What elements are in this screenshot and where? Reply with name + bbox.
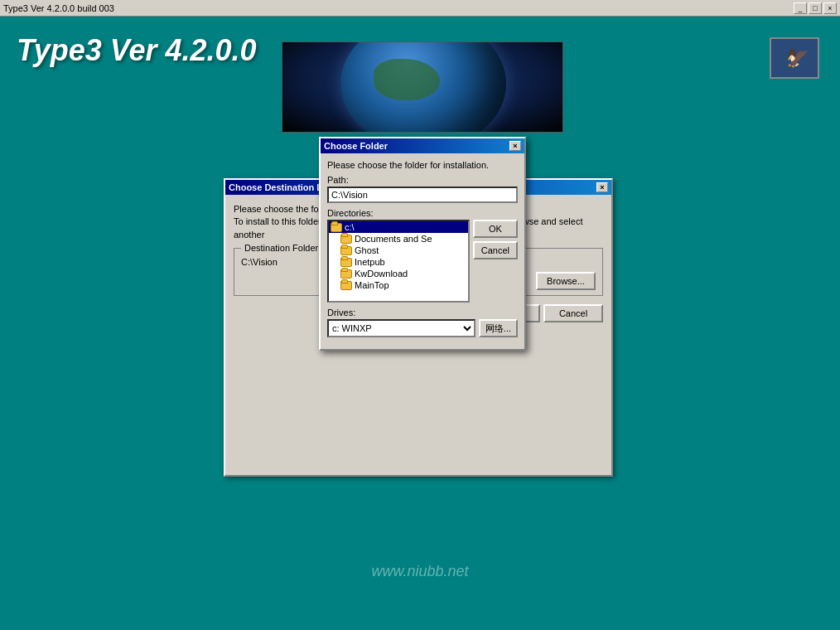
folder-icon	[340, 269, 352, 279]
logo-icon: 🦅	[770, 37, 819, 79]
folder-icon	[340, 235, 352, 244]
cancel-button[interactable]: Cancel	[543, 304, 603, 322]
cf-drives-label: Drives:	[327, 308, 518, 317]
cf-close-button[interactable]: ×	[509, 141, 521, 151]
cf-body: Please choose the folder for installatio…	[321, 153, 524, 349]
minimize-button[interactable]: _	[794, 2, 807, 14]
list-item[interactable]: Inetpub	[329, 256, 468, 268]
dest-folder-label: Destination Folder	[241, 243, 321, 253]
cf-drives-row: c: WINXP 网络...	[327, 319, 518, 337]
maximize-button[interactable]: □	[809, 2, 822, 14]
choose-dest-close-button[interactable]: ×	[596, 182, 608, 192]
cf-titlebar: Choose Folder ×	[321, 138, 524, 153]
close-button[interactable]: ×	[823, 2, 837, 14]
cf-dir-label: Directories:	[327, 208, 518, 218]
cf-drives-select[interactable]: c: WINXP	[327, 319, 476, 337]
list-item[interactable]: KwDownload	[329, 268, 468, 279]
list-item[interactable]: MainTop	[329, 279, 468, 291]
cf-title: Choose Folder	[324, 141, 388, 151]
cf-drives-section: Drives: c: WINXP 网络...	[327, 308, 518, 337]
app-area: Type3 Ver 4.2.0.0 🦅 Choose Destination L…	[0, 17, 840, 630]
folder-icon	[340, 246, 352, 255]
browse-button[interactable]: Browse...	[536, 272, 596, 290]
cf-titlebar-buttons: ×	[509, 141, 521, 151]
title-bar-buttons: _ □ ×	[794, 2, 837, 14]
logo-symbol: 🦅	[784, 47, 806, 69]
list-item[interactable]: Documents and Se	[329, 233, 468, 245]
cf-cancel-button[interactable]: Cancel	[473, 241, 518, 259]
folder-icon	[340, 258, 352, 267]
folder-icon	[331, 223, 342, 232]
cf-ok-button[interactable]: OK	[473, 220, 518, 238]
choose-dest-titlebar-buttons: ×	[596, 182, 608, 192]
title-bar: Type3 Ver 4.2.0.0 build 003 _ □ ×	[0, 0, 840, 17]
list-item[interactable]: c:\	[329, 221, 468, 233]
cf-ok-cancel: OK Cancel	[473, 220, 518, 303]
cf-instruction: Please choose the folder for installatio…	[327, 160, 518, 170]
cf-network-button[interactable]: 网络...	[479, 319, 518, 337]
list-item[interactable]: Ghost	[329, 245, 468, 256]
cf-path-label: Path:	[327, 175, 518, 185]
globe-land	[374, 59, 440, 100]
choose-folder-dialog: Choose Folder × Please choose the folder…	[319, 137, 526, 351]
cf-directories-list[interactable]: c:\ Documents and Se Ghost Inetpub	[327, 220, 470, 303]
title-bar-text: Type3 Ver 4.2.0.0 build 003	[3, 3, 114, 13]
app-title: Type3 Ver 4.2.0.0	[17, 33, 257, 68]
cf-dir-list-wrapper: c:\ Documents and Se Ghost Inetpub	[327, 220, 518, 303]
watermark: www.niubb.net	[371, 563, 468, 580]
folder-icon	[340, 281, 352, 290]
cf-path-input[interactable]	[327, 187, 518, 203]
globe-image	[282, 41, 563, 133]
